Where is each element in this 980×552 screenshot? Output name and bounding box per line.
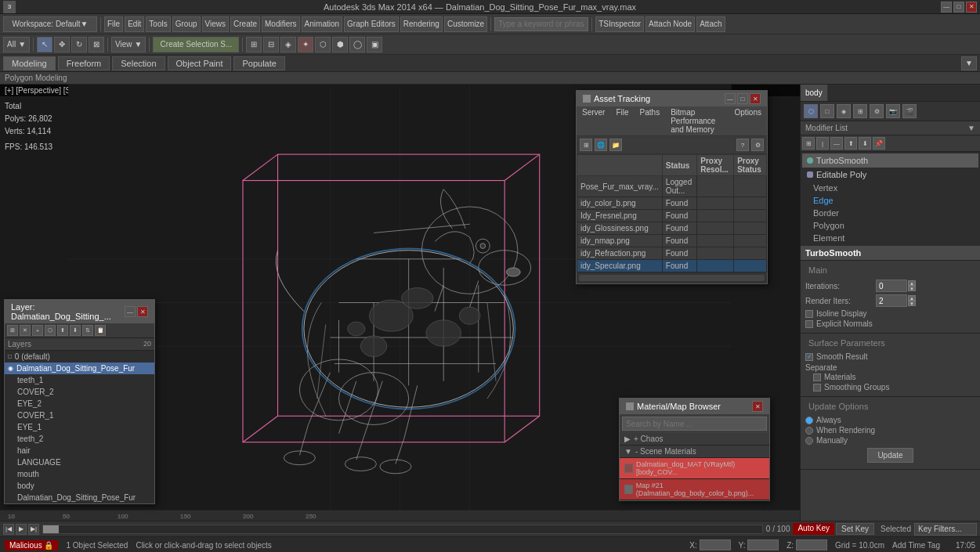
table-row[interactable]: idy_color_b.png Found [577,197,767,210]
mod-icon-2[interactable]: | [816,137,829,150]
ri-up[interactable]: ▲ [908,295,916,301]
tools-menu[interactable]: Tools [146,16,170,32]
layer-item-eye1[interactable]: EYE_1 [5,421,154,433]
workspace-dropdown[interactable]: Workspace: Default ▼ [3,16,97,32]
auto-key-btn[interactable]: Auto Key [793,523,834,535]
set-key-btn[interactable]: Set Key [836,523,874,535]
mat-close[interactable]: ✕ [752,401,763,412]
smoothing-groups-check[interactable] [813,384,821,391]
modifiers-menu[interactable]: Modifiers [262,16,300,32]
layer-btn-1[interactable]: ⊞ [7,325,18,336]
timeline-track[interactable] [42,525,763,534]
asset-close[interactable]: ✕ [750,93,761,104]
isoline-check[interactable] [805,310,813,318]
layer-btn-7[interactable]: ⇅ [82,325,93,336]
table-row[interactable]: Pose_Fur_max_vray... Logged Out... [577,176,767,197]
key-filter-dropdown[interactable]: Key Filters... [914,523,977,536]
tab-selection[interactable]: Selection [112,56,165,70]
materials-check[interactable] [813,373,821,381]
restore-button[interactable]: □ [953,2,964,13]
explicit-normals-check[interactable] [805,320,813,328]
create-sel-btn[interactable]: Create Selection S... [153,37,239,52]
mod-icon-6[interactable]: 📌 [873,137,885,150]
update-button[interactable]: Update [867,448,913,463]
rp-icon-3[interactable]: ◈ [837,104,851,118]
create-menu[interactable]: Create [230,16,260,32]
when-rendering-option[interactable]: When Rendering [805,426,975,435]
always-radio[interactable] [805,417,813,424]
view-dropdown[interactable]: View▼ [111,37,146,52]
iter-up[interactable]: ▲ [908,280,916,286]
layer-item-hair[interactable]: hair [5,445,154,456]
close-button[interactable]: ✕ [966,2,977,13]
manually-radio[interactable] [805,437,813,445]
table-row[interactable]: idy_Specular.png Found [577,260,767,272]
layer-btn-6[interactable]: ⬇ [70,325,81,336]
tool7[interactable]: ◯ [349,37,365,52]
layer-btn-4[interactable]: ⬡ [45,325,56,336]
sub-border[interactable]: Border [802,207,978,219]
layer-item-teeth2[interactable]: teeth_2 [5,433,154,445]
asset-menu-server[interactable]: Server [578,107,609,135]
search-input[interactable] [494,17,588,31]
manually-option[interactable]: Manually [805,436,975,445]
layer-item-body[interactable]: body [5,480,154,492]
layer-item-language[interactable]: LANGUAGE [5,456,154,468]
layer-btn-8[interactable]: 📋 [95,325,106,336]
table-row[interactable]: idy_nmap.png Found [577,235,767,247]
move-tool[interactable]: ✥ [54,37,70,52]
rp-icon-4[interactable]: ⊞ [853,104,867,118]
layer-item-cover2[interactable]: COVER_2 [5,386,154,398]
rendering-menu[interactable]: Rendering [400,16,443,32]
layer-minimize[interactable]: — [125,306,136,317]
asset-scrollbar[interactable] [579,275,765,281]
views-menu[interactable]: Views [202,16,230,32]
rp-icon-1[interactable]: ⬡ [804,104,818,118]
sub-element[interactable]: Element [802,232,978,244]
rotate-tool[interactable]: ↻ [71,37,87,52]
layer-btn-3[interactable]: + [32,325,43,336]
tab-modeling[interactable]: Modeling [3,56,56,70]
render-iters-input[interactable] [876,294,907,307]
mod-icon-1[interactable]: ⊞ [802,137,815,150]
asset-tb-settings[interactable]: ⚙ [751,139,764,151]
animation-menu[interactable]: Animation [302,16,342,32]
asset-menu-options[interactable]: Options [731,107,765,135]
layer-btn-5[interactable]: ⬆ [57,325,68,336]
asset-tb-3[interactable]: 📁 [609,139,622,151]
tool3[interactable]: ◈ [280,37,296,52]
tool2[interactable]: ⊟ [263,37,279,52]
rp-tab-body[interactable]: body [801,85,828,101]
layer-item-cover1[interactable]: COVER_1 [5,409,154,421]
asset-menu-file[interactable]: File [612,107,632,135]
mod-icon-5[interactable]: ⬇ [859,137,871,150]
mod-icon-3[interactable]: — [830,137,843,150]
ri-down[interactable]: ▼ [908,301,916,306]
tab-freeform[interactable]: Freeform [58,56,110,70]
file-menu[interactable]: File [104,16,123,32]
chaos-section[interactable]: ▶ + Chaos [620,433,769,446]
select-tool[interactable]: ↖ [37,37,52,52]
tool5[interactable]: ⬡ [315,37,331,52]
when-rendering-radio[interactable] [805,427,813,435]
attach-btn[interactable]: Attach [696,16,725,32]
tab-populate[interactable]: Populate [233,56,284,70]
smooth-result-check[interactable] [805,353,813,361]
layer-item-eye2[interactable]: EYE_2 [5,398,154,409]
layer-item-default[interactable]: □ 0 (default) [5,351,154,363]
sub-edge[interactable]: Edge [802,194,978,207]
mat-item-1[interactable]: Dalmatian_dog_MAT (VRayMtl) [body_COV... [620,458,769,479]
layer-item-mouth[interactable]: mouth [5,468,154,480]
asset-menu-bitmap[interactable]: Bitmap Performance and Memory [667,107,727,135]
sub-vertex[interactable]: Vertex [802,182,978,194]
sub-polygon[interactable]: Polygon [802,219,978,232]
attach-node-btn[interactable]: Attach Node [645,16,695,32]
layer-close[interactable]: ✕ [137,306,148,317]
asset-minimize[interactable]: — [725,93,736,104]
layer-item-teeth1[interactable]: teeth_1 [5,374,154,386]
layer-btn-2[interactable]: ✕ [20,325,31,336]
scale-tool[interactable]: ⊠ [89,37,104,52]
layer-item-dalmatian[interactable]: ◉ Dalmatian_Dog_Sitting_Pose_Fur [5,363,154,374]
group-menu[interactable]: Group [172,16,201,32]
prev-frame-btn[interactable]: |◀ [3,524,14,535]
